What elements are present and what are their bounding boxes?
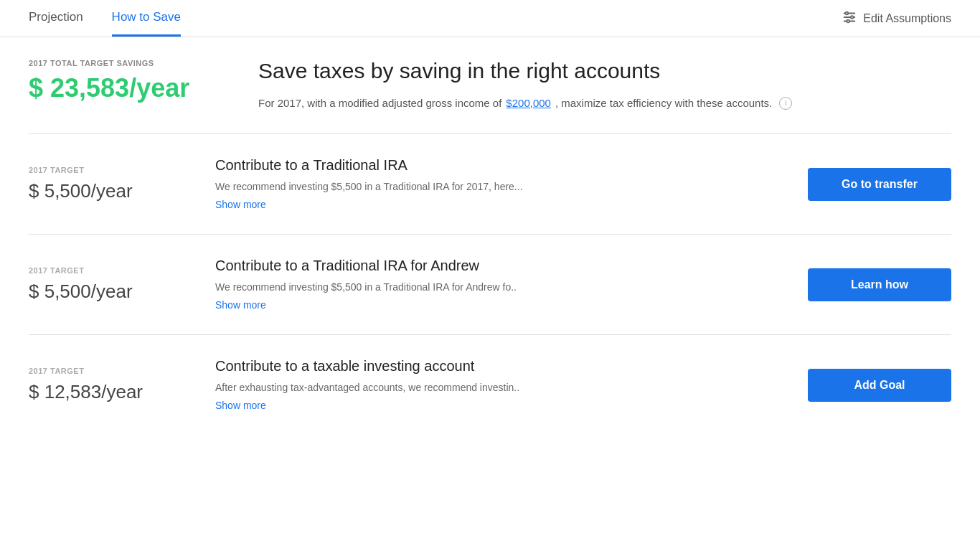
rec-title-0: Contribute to a Traditional IRA xyxy=(215,157,779,174)
learn-how-button[interactable]: Learn how xyxy=(808,268,951,301)
rec-title-1: Contribute to a Traditional IRA for Andr… xyxy=(215,258,779,274)
rec-target-value-1: $ 5,500/year xyxy=(29,281,215,303)
hero-heading: Save taxes by saving in the right accoun… xyxy=(258,59,951,83)
tab-projection[interactable]: Projection xyxy=(29,10,83,37)
rec-description-2: After exhausting tax-advantaged accounts… xyxy=(215,382,779,393)
show-more-1[interactable]: Show more xyxy=(215,299,266,311)
tabs-left: Projection How to Save xyxy=(29,0,181,37)
add-goal-button[interactable]: Add Goal xyxy=(808,369,951,402)
show-more-0[interactable]: Show more xyxy=(215,199,266,210)
edit-assumptions-button[interactable]: Edit Assumptions xyxy=(842,9,951,28)
income-link[interactable]: $200,000 xyxy=(506,95,551,112)
recommendation-row: 2017 TARGET $ 5,500/year Contribute to a… xyxy=(29,134,951,234)
go-to-transfer-button[interactable]: Go to transfer xyxy=(808,168,951,201)
rec-action-2: Add Goal xyxy=(808,369,951,402)
rec-left-1: 2017 TARGET $ 5,500/year xyxy=(29,266,215,303)
rec-left-0: 2017 TARGET $ 5,500/year xyxy=(29,166,215,202)
rec-target-amount-1: $ 5,500/year xyxy=(29,281,133,302)
rec-target-amount-0: $ 5,500/year xyxy=(29,180,133,202)
sliders-icon xyxy=(842,9,857,28)
top-section: 2017 TOTAL TARGET SAVINGS $ 23,583/year … xyxy=(29,59,951,112)
svg-point-5 xyxy=(847,19,850,22)
rec-action-1: Learn how xyxy=(808,268,951,301)
svg-point-3 xyxy=(846,11,849,14)
tab-how-to-save[interactable]: How to Save xyxy=(112,10,181,37)
description-suffix: , maximize tax efficiency with these acc… xyxy=(555,95,772,112)
hero-description: For 2017, with a modified adjusted gross… xyxy=(258,95,951,112)
rec-title-2: Contribute to a taxable investing accoun… xyxy=(215,358,779,375)
rec-right-1: Contribute to a Traditional IRA for Andr… xyxy=(215,258,808,311)
rec-target-label-2: 2017 TARGET xyxy=(29,367,215,375)
recommendation-row-2: 2017 TARGET $ 12,583/year Contribute to … xyxy=(29,335,951,435)
rec-description-1: We recommend investing $5,500 in a Tradi… xyxy=(215,281,779,293)
rec-right-2: Contribute to a taxable investing accoun… xyxy=(215,358,808,412)
total-target-panel: 2017 TOTAL TARGET SAVINGS $ 23,583/year xyxy=(29,59,215,103)
edit-assumptions-label: Edit Assumptions xyxy=(863,12,951,25)
show-more-2[interactable]: Show more xyxy=(215,400,266,411)
main-content: 2017 TOTAL TARGET SAVINGS $ 23,583/year … xyxy=(0,37,980,435)
total-target-label: 2017 TOTAL TARGET SAVINGS xyxy=(29,59,215,67)
rec-right-0: Contribute to a Traditional IRA We recom… xyxy=(215,157,808,211)
rec-target-label-1: 2017 TARGET xyxy=(29,266,215,275)
rec-action-0: Go to transfer xyxy=(808,168,951,201)
svg-point-4 xyxy=(851,16,854,19)
tabs-bar: Projection How to Save Edit Assumptions xyxy=(0,0,980,37)
rec-target-label-0: 2017 TARGET xyxy=(29,166,215,174)
hero-panel: Save taxes by saving in the right accoun… xyxy=(258,59,951,112)
rec-left-2: 2017 TARGET $ 12,583/year xyxy=(29,367,215,403)
info-icon[interactable]: i xyxy=(779,97,792,110)
total-target-value: $ 23,583/year xyxy=(29,73,215,103)
rec-target-amount-2: $ 12,583/year xyxy=(29,381,143,402)
description-prefix: For 2017, with a modified adjusted gross… xyxy=(258,95,501,112)
total-target-amount: $ 23,583/year xyxy=(29,73,189,103)
rec-description-0: We recommend investing $5,500 in a Tradi… xyxy=(215,181,779,192)
recommendation-row-1: 2017 TARGET $ 5,500/year Contribute to a… xyxy=(29,235,951,334)
rec-target-value-0: $ 5,500/year xyxy=(29,180,215,202)
rec-target-value-2: $ 12,583/year xyxy=(29,381,215,403)
